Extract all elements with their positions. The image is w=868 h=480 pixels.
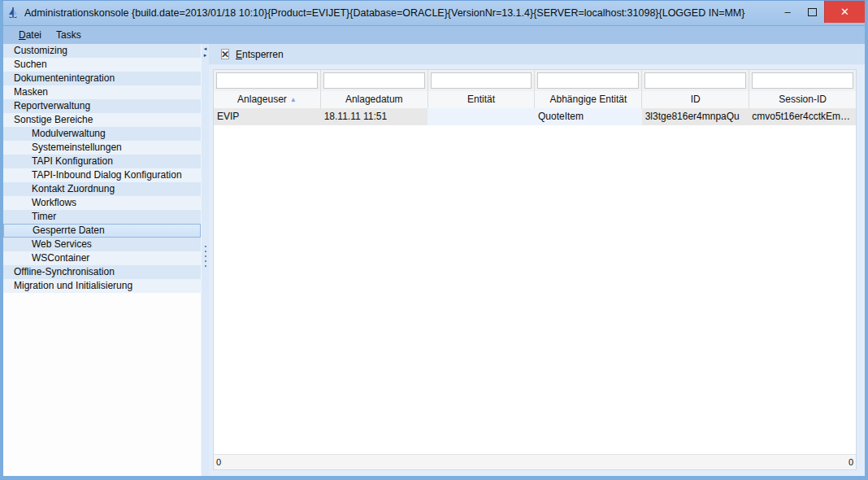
table-header-row: Anlageuser▲ Anlagedatum Entität Abhängig… xyxy=(214,91,856,108)
table-empty-area xyxy=(214,125,856,454)
app-window: Administrationskonsole {build.date=2013/… xyxy=(0,0,868,480)
toolbar: ✕ Entsperren xyxy=(209,44,865,65)
filter-cell-abhaengige-entitaet xyxy=(535,70,642,91)
column-header-anlageuser-label: Anlageuser xyxy=(237,94,287,105)
menubar: Datei Tasks xyxy=(3,25,865,44)
sidebar-nav: Customizing Suchen Dokumentenintegration… xyxy=(3,44,201,476)
filter-row xyxy=(214,70,856,91)
filter-cell-anlagedatum xyxy=(321,70,428,91)
filter-input-session-id[interactable] xyxy=(752,72,853,89)
app-icon xyxy=(7,7,20,20)
sidebar-item-reportverwaltung[interactable]: Reportverwaltung xyxy=(3,99,201,113)
cell-entitaet xyxy=(427,108,535,125)
close-button[interactable]: ✕ xyxy=(824,1,865,23)
locked-data-table: Anlageuser▲ Anlagedatum Entität Abhängig… xyxy=(213,69,857,470)
cell-id: 3l3tge816er4mnpaQu xyxy=(642,108,749,125)
column-header-abhaengige-entitaet[interactable]: Abhängige Entität xyxy=(535,91,642,108)
sort-ascending-icon: ▲ xyxy=(290,96,297,103)
sidebar-item-systemeinstellungen[interactable]: Systemeinstellungen xyxy=(3,141,201,155)
sidebar-item-dokumentenintegration[interactable]: Dokumentenintegration xyxy=(3,72,201,85)
status-count-left: 0 xyxy=(216,457,221,467)
statusbar: 0 0 xyxy=(214,454,856,469)
minimize-icon: – xyxy=(784,6,790,18)
filter-cell-entitaet xyxy=(428,70,536,91)
menu-datei[interactable]: Datei xyxy=(11,26,49,44)
column-header-anlagedatum[interactable]: Anlagedatum xyxy=(321,91,428,108)
sidebar-item-web-services[interactable]: Web Services xyxy=(3,238,201,251)
table-panel-wrap: Anlageuser▲ Anlagedatum Entität Abhängig… xyxy=(209,65,865,476)
column-header-id[interactable]: ID xyxy=(642,91,749,108)
cell-session-id: cmvo5t16er4cctkEmp... xyxy=(749,108,856,125)
main-area: Customizing Suchen Dokumentenintegration… xyxy=(3,44,865,476)
sidebar-item-tapi-inbound[interactable]: TAPI-Inbound Dialog Konfiguration xyxy=(3,168,201,182)
titlebar: Administrationskonsole {build.date=2013/… xyxy=(3,1,865,25)
sidebar-item-customizing[interactable]: Customizing xyxy=(3,44,201,58)
sidebar-item-tapi-konfiguration[interactable]: TAPI Konfiguration xyxy=(3,155,201,168)
filter-input-anlageuser[interactable] xyxy=(216,72,318,89)
entsperren-accel: E xyxy=(236,49,242,60)
chevron-right-icon: ▸ xyxy=(204,52,207,59)
filter-input-entitaet[interactable] xyxy=(431,72,532,89)
content-area: ✕ Entsperren xyxy=(209,44,865,476)
sidebar-item-masken[interactable]: Masken xyxy=(3,85,201,99)
sidebar-item-kontakt-zuordnung[interactable]: Kontakt Zuordnung xyxy=(3,182,201,196)
filter-input-id[interactable] xyxy=(644,72,746,89)
filter-cell-anlageuser xyxy=(214,70,321,91)
window-controls: – ✕ xyxy=(775,1,865,25)
column-header-entitaet[interactable]: Entität xyxy=(428,91,536,108)
filter-input-anlagedatum[interactable] xyxy=(323,72,425,89)
sidebar-item-offline-synchronisation[interactable]: Offline-Synchronisation xyxy=(3,265,201,279)
window-title: Administrationskonsole {build.date=2013/… xyxy=(24,7,769,19)
entsperren-button[interactable]: ✕ Entsperren xyxy=(216,48,287,61)
entsperren-label: Entsperren xyxy=(236,49,284,60)
chevron-left-icon: ◂ xyxy=(204,46,207,52)
sidebar-item-modulverwaltung[interactable]: Modulverwaltung xyxy=(3,127,201,141)
filter-cell-session-id xyxy=(749,70,856,91)
sidebar-item-wscontainer[interactable]: WSContainer xyxy=(3,251,201,265)
menu-tasks[interactable]: Tasks xyxy=(49,26,89,44)
maximize-icon xyxy=(808,8,817,16)
cell-anlageuser: EVIP xyxy=(214,108,321,125)
sidebar-item-gesperrte-daten[interactable]: Gesperrte Daten xyxy=(3,224,201,238)
table-row[interactable]: EVIP 18.11.11 11:51 QuoteItem 3l3tge816e… xyxy=(214,108,856,125)
cell-abhaengige-entitaet: QuoteItem xyxy=(535,108,642,125)
filter-cell-id xyxy=(642,70,749,91)
unlock-document-icon: ✕ xyxy=(219,49,231,60)
cell-anlagedatum: 18.11.11 11:51 xyxy=(321,108,428,125)
maximize-button[interactable] xyxy=(800,1,824,23)
column-header-anlageuser[interactable]: Anlageuser▲ xyxy=(214,91,321,108)
splitter-collapse-icons[interactable]: ◂▸ xyxy=(202,46,209,59)
splitter-drag-handle[interactable] xyxy=(202,246,209,267)
menu-datei-label: atei xyxy=(26,29,41,41)
sidebar-splitter[interactable]: ◂▸ xyxy=(201,44,209,476)
sidebar-item-sonstige-bereiche[interactable]: Sonstige Bereiche xyxy=(3,113,201,127)
sidebar-item-migration[interactable]: Migration und Initialisierung xyxy=(3,279,201,293)
menu-datei-accel: D xyxy=(19,29,26,41)
sidebar-item-workflows[interactable]: Workflows xyxy=(3,196,201,210)
sidebar-item-timer[interactable]: Timer xyxy=(3,210,201,224)
entsperren-rest: ntsperren xyxy=(242,49,284,60)
sidebar-item-suchen[interactable]: Suchen xyxy=(3,58,201,72)
minimize-button[interactable]: – xyxy=(775,1,800,23)
menu-tasks-label: Tasks xyxy=(56,29,81,41)
filter-input-abhaengige-entitaet[interactable] xyxy=(537,72,639,89)
column-header-session-id[interactable]: Session-ID xyxy=(749,91,856,108)
close-icon: ✕ xyxy=(840,6,849,18)
status-count-right: 0 xyxy=(848,457,853,467)
